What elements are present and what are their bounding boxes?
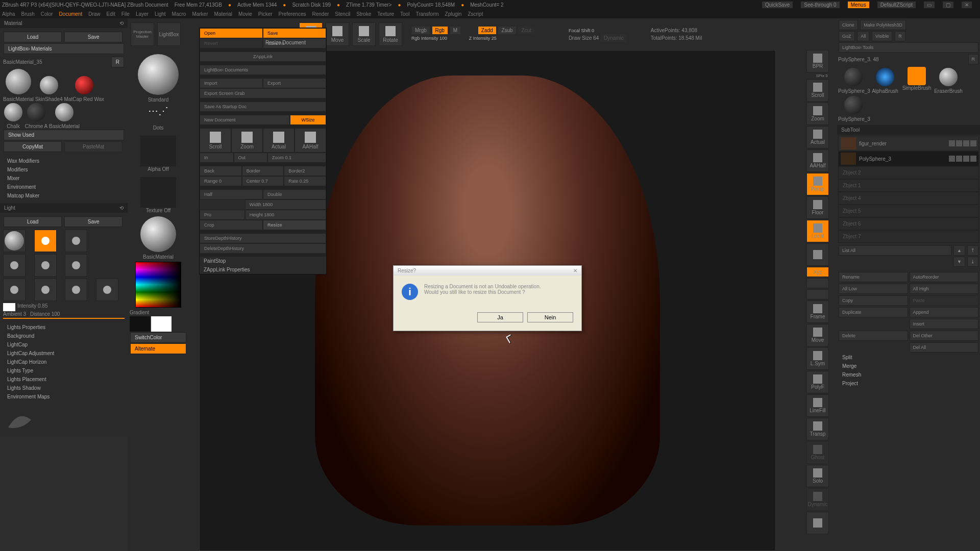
insert-button[interactable]: Insert	[910, 319, 979, 329]
vis-icon[interactable]	[970, 140, 976, 146]
projection-master-button[interactable]: Projection Master	[131, 22, 154, 46]
menu-marker[interactable]: Marker	[192, 11, 208, 17]
menu-layer[interactable]: Layer	[136, 11, 149, 17]
merge-section[interactable]: Merge	[838, 362, 979, 370]
light-slot-7[interactable]	[34, 279, 57, 301]
doc-save-button[interactable]: Save	[263, 28, 326, 38]
default-zscript[interactable]: DefaultZScript	[877, 2, 916, 8]
tool-makepoly-button[interactable]: Make PolyMesh3D	[860, 20, 906, 30]
light-slot-1[interactable]	[34, 230, 57, 252]
menu-alpha[interactable]: Alpha	[2, 11, 15, 17]
light-ambient-slider[interactable]: Ambient 3	[3, 311, 26, 317]
solo-toggle[interactable]: Solo	[806, 465, 829, 487]
window-close-icon[interactable]: ✕	[962, 2, 972, 8]
collapse-icon[interactable]: ⟲	[119, 20, 124, 26]
scale-tool[interactable]: Scale	[352, 22, 376, 46]
menu-tool[interactable]: Tool	[400, 11, 409, 17]
menu-picker[interactable]: Picker	[258, 11, 273, 17]
light-save-button[interactable]: Save	[64, 216, 122, 227]
mat-swatch-redwax[interactable]	[75, 76, 93, 94]
vp-zoom-button[interactable]: Zoom	[806, 103, 829, 125]
subtool-row-0[interactable]: figur_render	[838, 136, 979, 151]
listall-button[interactable]: List All	[839, 245, 951, 256]
mat-section-modifiers[interactable]: Modifiers	[3, 165, 125, 174]
focal-shift-slider[interactable]: Focal Shift 0	[569, 28, 627, 33]
draw-size-slider[interactable]: Draw Size 64	[569, 35, 599, 41]
floor-toggle[interactable]: Floor	[806, 196, 829, 219]
doc-savestartup-button[interactable]: Save As Startup Doc	[200, 102, 326, 112]
tool-all-button[interactable]: All	[857, 31, 869, 41]
doc-crop-button[interactable]: Crop	[200, 220, 263, 230]
vp-z-toggle[interactable]	[806, 289, 829, 299]
duplicate-button[interactable]: Duplicate	[839, 307, 908, 317]
zcut-toggle[interactable]: Zcut	[518, 27, 534, 34]
move-down-icon[interactable]: ▼	[953, 257, 965, 267]
autoreorder-button[interactable]: AutoReorder	[910, 272, 979, 282]
doc-deldepth-button[interactable]: DeleteDepthHistory	[200, 243, 326, 254]
color-picker[interactable]	[135, 262, 181, 308]
dynamic-toggle[interactable]: Dynamic	[601, 34, 627, 42]
vp-actual-button[interactable]: Actual	[806, 126, 829, 148]
doc-import-button[interactable]: Import	[200, 78, 263, 88]
doc-rate-slider[interactable]: Rate 0.25	[284, 176, 326, 186]
linefill-toggle[interactable]: LineFill	[806, 394, 829, 417]
spix-slider[interactable]: SPix 3	[806, 73, 837, 78]
rgb-toggle[interactable]: Rgb	[432, 27, 448, 34]
light-sec-type[interactable]: Lights Type	[3, 366, 125, 375]
collapse-icon[interactable]: ⟲	[119, 205, 124, 211]
menu-zplugin[interactable]: Zplugin	[445, 11, 462, 17]
persp-toggle[interactable]: Persp	[806, 173, 829, 195]
mat-section-matcap[interactable]: Matcap Maker	[3, 191, 125, 200]
remesh-section[interactable]: Remesh	[838, 370, 979, 379]
subtool-empty-2[interactable]: Zbject 4	[838, 192, 979, 205]
tool-visible-button[interactable]: Visible	[872, 31, 892, 41]
project-section[interactable]: Project	[838, 379, 979, 388]
doc-height-slider[interactable]: Height 1800	[245, 210, 326, 220]
light-sec-envmaps[interactable]: Environment Maps	[3, 392, 125, 401]
vp-aahalf-button[interactable]: AAHalf	[806, 149, 829, 172]
material-preview[interactable]	[140, 216, 176, 252]
rgb-intensity-slider[interactable]: Rgb Intensity 100	[411, 36, 447, 41]
doc-grab-button[interactable]: Export Screen Grab	[200, 88, 326, 98]
delete-button[interactable]: Delete	[839, 331, 908, 341]
quicksave-button[interactable]: QuickSave	[762, 2, 793, 8]
allhigh-button[interactable]: All High	[910, 284, 979, 294]
light-distance-slider[interactable]: Distance 100	[30, 311, 60, 317]
tool-thumb-3[interactable]	[939, 68, 958, 86]
mat-swatch-skinshade[interactable]	[40, 76, 58, 94]
mat-lightbox-button[interactable]: LightBox› Materials	[4, 43, 124, 54]
subtool-empty-1[interactable]: Zbject 1	[838, 179, 979, 192]
doc-back-color[interactable]: Back	[200, 166, 242, 176]
doc-border2-color[interactable]: Border2	[284, 166, 326, 176]
doc-revert-button[interactable]: Revert	[200, 38, 263, 48]
menu-file[interactable]: File	[121, 11, 130, 17]
vp-y-toggle[interactable]	[806, 278, 829, 288]
light-sec-lchorizon[interactable]: LightCap Horizon	[3, 358, 125, 366]
move-tool[interactable]: Move	[326, 22, 349, 46]
mrgb-toggle[interactable]: Mrgb	[412, 27, 430, 34]
window-min-icon[interactable]: ▭	[924, 2, 935, 8]
menu-document[interactable]: Document	[59, 11, 83, 17]
pastemat-button[interactable]: PasteMat	[64, 141, 122, 152]
menu-stencil[interactable]: Stencil	[335, 11, 350, 17]
vp-extra-button[interactable]	[806, 512, 829, 534]
vis-icon[interactable]	[970, 156, 976, 162]
material-panel-header[interactable]: Material⟲	[0, 18, 128, 28]
transp-toggle[interactable]: Transp	[806, 418, 829, 440]
subtool-header[interactable]: SubTool	[837, 125, 980, 135]
doc-actual-button[interactable]: Actual	[263, 128, 295, 153]
doc-new-button[interactable]: New Document	[200, 115, 290, 125]
light-preview[interactable]	[3, 230, 26, 252]
menu-color[interactable]: Color	[41, 11, 53, 17]
light-load-button[interactable]: Load	[4, 216, 62, 227]
tool-clone-button[interactable]: Clone	[839, 20, 858, 30]
secondary-color-swatch[interactable]	[130, 316, 150, 332]
bpr-button[interactable]: BPR	[806, 50, 829, 72]
menu-movie[interactable]: Movie	[238, 11, 252, 17]
doc-double-button[interactable]: Double	[263, 189, 326, 199]
z-intensity-slider[interactable]: Z Intensity 25	[469, 36, 497, 41]
rotate-tool[interactable]: Rotate	[379, 22, 402, 46]
xyz-toggle[interactable]: Xyz	[806, 267, 829, 277]
lightbox-button[interactable]: LightBox	[157, 22, 181, 46]
menu-transform[interactable]: Transform	[415, 11, 438, 17]
